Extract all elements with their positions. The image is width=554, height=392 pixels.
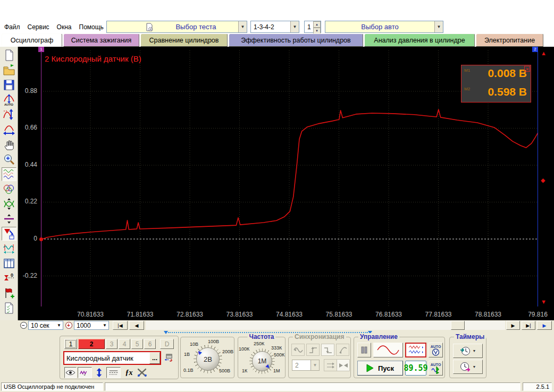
trace-start-marker[interactable]: [39, 237, 43, 241]
timer-stop-button[interactable]: ▼: [453, 360, 483, 374]
cylinder-spinner[interactable]: 1 ▲ ▼: [304, 21, 321, 33]
freq-label-250k[interactable]: 250К: [254, 341, 264, 346]
measure-wave-button[interactable]: [2, 242, 16, 255]
voltage-label-200v[interactable]: 200В: [222, 349, 233, 354]
zoom-out-time-button[interactable]: −: [19, 321, 28, 330]
chevron-down-icon[interactable]: ▼: [103, 323, 108, 328]
amplitude-scale-button[interactable]: [93, 367, 105, 378]
channel-visibility-button[interactable]: [64, 367, 77, 378]
test-select-combo[interactable]: Выбор теста ▼: [106, 21, 247, 33]
math-function-button[interactable]: ƒx: [123, 367, 135, 378]
cursor-1-line[interactable]: [41, 50, 41, 306]
channel-5-button[interactable]: 5: [131, 339, 143, 349]
open-file-button[interactable]: [2, 63, 16, 77]
sync-falling-edge-button[interactable]: [321, 344, 334, 356]
channel-d-button[interactable]: D: [160, 339, 174, 349]
cursor-1-flag[interactable]: 1: [38, 47, 44, 52]
channel-level-marker-icon[interactable]: ◆: [541, 177, 545, 184]
overlay-waveforms-button[interactable]: [2, 182, 16, 196]
chevron-down-icon[interactable]: ▼: [434, 21, 443, 32]
auto-voltage-button[interactable]: AUTO: [429, 343, 443, 357]
start-button[interactable]: Пуск: [357, 361, 403, 376]
chevron-down-icon[interactable]: ▼: [473, 349, 476, 353]
chevron-down-icon[interactable]: ▼: [57, 323, 63, 328]
tab-cylinder-efficiency[interactable]: Эффективность работы цилиндров: [229, 33, 363, 47]
step-back-button[interactable]: ◀: [129, 321, 144, 330]
zero-level-button[interactable]: 0: [2, 271, 16, 285]
channel-4-button[interactable]: 4: [119, 339, 130, 349]
voltage-label-100v[interactable]: 100В: [208, 339, 219, 344]
trigger-marker-button[interactable]: [2, 227, 16, 241]
menu-file[interactable]: Файл: [4, 23, 20, 31]
zoom-in-time-button[interactable]: +: [64, 321, 73, 330]
auto-select-combo[interactable]: Выбор авто ▼: [325, 21, 443, 33]
sync-source-combo[interactable]: 2 ▼: [292, 360, 320, 371]
report-button[interactable]: [2, 301, 16, 315]
multi-waveforms-button[interactable]: [2, 167, 16, 181]
cursor-2-line[interactable]: [538, 50, 538, 306]
sync-window-button[interactable]: [324, 359, 337, 371]
save-file-button[interactable]: [2, 78, 16, 92]
spinner-up-icon[interactable]: ▲: [313, 21, 321, 28]
step-forward-button[interactable]: ▶: [506, 321, 520, 330]
voltage-label-10v[interactable]: 10В: [190, 342, 198, 347]
chevron-down-icon[interactable]: ▼: [473, 365, 476, 369]
channel-tools-button[interactable]: [136, 367, 148, 378]
tab-power-supply[interactable]: Электропитание: [476, 33, 543, 47]
auto-start-button[interactable]: AUTO: [429, 361, 443, 376]
pan-hand-button[interactable]: [2, 138, 16, 151]
menu-help[interactable]: Помощь: [79, 23, 104, 31]
waveform-style-button[interactable]: [78, 367, 92, 378]
channel-6-button[interactable]: 6: [144, 339, 156, 349]
freq-label-1m[interactable]: 1М: [273, 368, 280, 373]
channel-1-button[interactable]: 1: [64, 339, 77, 349]
scroll-thumb[interactable]: [451, 321, 465, 330]
play-scroll-button[interactable]: ▶: [537, 321, 552, 330]
channel-top-marker-icon[interactable]: ▲: [541, 50, 547, 56]
sync-wave-button[interactable]: [291, 344, 305, 356]
stretch-wave-button[interactable]: [2, 197, 16, 211]
auto-scale-button[interactable]: AUTO: [2, 93, 16, 107]
range-start-handle-icon[interactable]: [164, 331, 168, 334]
line-style-button[interactable]: [106, 367, 121, 378]
oscilloscope-display[interactable]: 2 Кислородный датчик (В) 0.880.660.440.2…: [18, 47, 554, 320]
scroll-track[interactable]: [146, 321, 505, 330]
vertical-scale-button[interactable]: [2, 108, 16, 122]
freq-label-100k[interactable]: 100К: [239, 346, 249, 352]
cursor-2-flag[interactable]: 2: [532, 47, 538, 52]
channel-3-button[interactable]: 3: [106, 339, 117, 349]
channel-name-more-button[interactable]: ...: [149, 352, 160, 364]
points-combo[interactable]: 1000 ▼: [74, 321, 109, 330]
freq-label-333k[interactable]: 333К: [271, 345, 282, 351]
sync-external-button[interactable]: [336, 344, 349, 356]
channel-bottom-marker-icon[interactable]: ▼: [541, 299, 547, 305]
menu-windows[interactable]: Окна: [57, 23, 72, 31]
level-cursor-button[interactable]: [2, 212, 16, 226]
tab-cylinder-pressure[interactable]: Анализ давления в цилиндре: [364, 33, 475, 47]
voltage-label-1v[interactable]: 1В: [184, 352, 190, 357]
tab-cylinder-comparison[interactable]: Сравнение цилиндров: [140, 33, 228, 47]
chevron-down-icon[interactable]: ▼: [310, 360, 319, 370]
stream-mode-button[interactable]: [405, 343, 426, 357]
add-marker-button[interactable]: [2, 286, 16, 300]
time-per-div-combo[interactable]: 10 сек ▼: [28, 321, 63, 330]
voltage-label-01v[interactable]: 0.1В: [183, 368, 194, 373]
go-first-button[interactable]: |◀: [113, 321, 128, 330]
menu-service[interactable]: Сервис: [28, 23, 49, 31]
sync-rising-edge-button[interactable]: [306, 344, 320, 356]
freq-label-500k[interactable]: 500К: [274, 352, 284, 357]
table-view-button[interactable]: [2, 257, 16, 270]
freq-label-1k[interactable]: 1К: [242, 368, 247, 373]
timer-start-button[interactable]: ▼: [453, 344, 483, 358]
single-sweep-button[interactable]: [373, 343, 403, 357]
zoom-button[interactable]: [2, 152, 16, 166]
pause-button[interactable]: [357, 343, 371, 357]
measure-close-icon[interactable]: ✕: [524, 66, 530, 72]
firing-order-combo[interactable]: 1-3-4-2 ▼: [250, 21, 299, 33]
measurement-panel[interactable]: M1 0.008 В M2 0.598 В ✕: [461, 65, 531, 103]
sync-converge-button[interactable]: [337, 359, 350, 371]
go-last-button[interactable]: ▶|: [522, 321, 535, 330]
new-file-button[interactable]: [2, 48, 16, 62]
voltage-label-500v[interactable]: 500В: [219, 368, 230, 373]
chevron-down-icon[interactable]: ▼: [238, 21, 247, 32]
